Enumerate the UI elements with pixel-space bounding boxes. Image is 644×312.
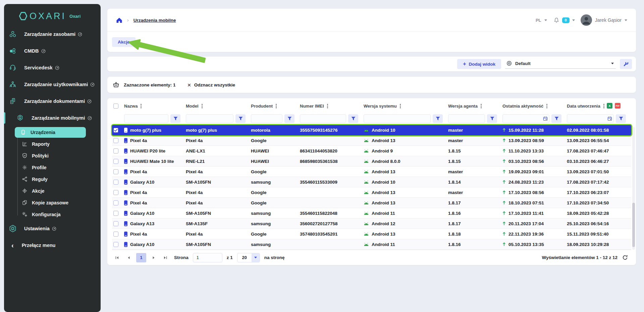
column-menu-icon[interactable] [481, 106, 482, 107]
filter-input-model[interactable] [186, 114, 233, 123]
chevron-down-icon[interactable] [625, 19, 627, 21]
row-checkbox[interactable] [113, 148, 118, 153]
filter-funnel-button[interactable] [348, 114, 358, 123]
first-page-button[interactable] [113, 253, 121, 262]
column-header-nazwa[interactable]: Nazwa [124, 104, 186, 109]
submenu-item-reguly[interactable]: Reguły [4, 173, 101, 185]
table-row[interactable]: Pixel 4a Pixel 4a Google Android 13 1.8.… [112, 198, 631, 208]
calendar-icon[interactable] [607, 116, 612, 121]
previous-page-button[interactable] [124, 253, 133, 262]
row-checkbox[interactable] [113, 211, 118, 216]
row-checkbox[interactable] [113, 169, 118, 174]
table-row[interactable]: Pixel 4a Pixel 4a Google 357480103545201… [112, 229, 631, 239]
column-menu-icon[interactable] [141, 106, 142, 107]
row-checkbox[interactable] [113, 138, 118, 143]
row-checkbox[interactable] [113, 232, 118, 237]
sidebar-item-ustawienia[interactable]: Ustawienia [4, 220, 101, 237]
table-row[interactable]: moto g(7) plus moto g(7) plus motorola 3… [112, 125, 631, 135]
submenu-item-polityki[interactable]: Polityki [4, 150, 101, 162]
submenu-item-urzadzenia[interactable]: Urządzenia [4, 126, 101, 138]
current-page-button[interactable]: 1 [136, 253, 146, 262]
add-view-button[interactable]: + Dodaj widok [457, 59, 501, 69]
deselect-all-button[interactable]: × Odznacz wszystkie [187, 82, 235, 88]
filter-input-ostatnia-aktywnosc[interactable] [502, 114, 549, 123]
column-header-wersja-systemu[interactable]: Wersja systemu [364, 104, 448, 109]
home-icon[interactable] [116, 17, 122, 23]
next-page-button[interactable] [149, 253, 158, 262]
table-row[interactable]: Pixel 4a Pixel 4a Google Android 13 mast… [112, 187, 631, 198]
filter-input-nazwa[interactable] [124, 114, 168, 123]
submenu-item-kopie[interactable]: Kopie zapasowe [4, 197, 101, 208]
refresh-icon[interactable] [622, 255, 628, 260]
table-row[interactable]: Pixel 4a Pixel 4a Google Android 13 mast… [112, 135, 631, 146]
bell-icon[interactable] [553, 17, 559, 23]
filter-funnel-button[interactable] [487, 114, 497, 123]
row-checkbox[interactable] [113, 242, 118, 247]
column-header-model[interactable]: Model [186, 104, 251, 109]
submenu-item-akcje[interactable]: Akcje [4, 185, 101, 197]
table-row[interactable]: HUAWEI Mate 10 lite RNE-L21 HUAWEI 86859… [112, 156, 631, 167]
submenu-item-konfiguracja[interactable]: Konfiguracja [4, 208, 101, 220]
column-menu-icon[interactable] [546, 106, 547, 107]
language-selector[interactable]: PL [536, 18, 541, 23]
column-header-wersja-agenta[interactable]: Wersja agenta [448, 104, 502, 109]
notification-badge[interactable]: 0 [562, 17, 570, 23]
actions-button[interactable]: Akcje [112, 37, 136, 47]
row-checkbox[interactable] [113, 159, 118, 164]
view-select[interactable]: Default [505, 59, 616, 69]
table-row[interactable]: Galaxy A10 SM-A105FN samsung Android 11 … [112, 239, 631, 250]
table-row[interactable]: Galaxy A10 SM-A105FN samsung 35546011582… [112, 208, 631, 219]
table-row[interactable]: Galaxy A10 SM-A105FN samsung 35546011553… [112, 177, 631, 187]
filter-funnel-button[interactable] [170, 114, 180, 123]
column-header-ostatnia-aktywnosc[interactable]: Ostatnia aktywność [502, 104, 567, 109]
calendar-icon[interactable] [543, 116, 548, 121]
filter-funnel-button[interactable] [616, 114, 626, 123]
chevron-down-icon[interactable] [544, 19, 547, 21]
column-menu-icon[interactable] [276, 106, 277, 107]
column-menu-icon[interactable] [603, 106, 604, 107]
row-checkbox[interactable] [113, 221, 118, 226]
page-number-input[interactable] [193, 253, 222, 262]
configure-view-button[interactable] [620, 59, 632, 69]
row-checkbox-checked[interactable] [113, 128, 118, 133]
filter-input-wersja-systemu[interactable] [364, 114, 431, 123]
sidebar-item-cmdb[interactable]: CMDB [4, 43, 101, 59]
sidebar-item-mobilne[interactable]: Zarządzanie mobilnymi [4, 110, 101, 126]
breadcrumb-link[interactable]: Urządzenia mobilne [133, 18, 176, 23]
filter-input-imei[interactable] [300, 114, 346, 123]
sidebar-item-dokumenty[interactable]: Zarządzanie dokumentami [4, 93, 101, 110]
table-row[interactable]: Pixel 4a Pixel 4a Google Android 13 mast… [112, 167, 631, 177]
row-checkbox[interactable] [113, 180, 118, 185]
table-scrollbar-track[interactable] [632, 127, 635, 250]
filter-input-producent[interactable] [251, 114, 282, 123]
table-scrollbar-thumb[interactable] [632, 203, 635, 247]
sidebar-item-servicedesk[interactable]: Servicedesk [4, 59, 101, 76]
export-excel-icon[interactable]: X [607, 103, 612, 109]
avatar[interactable] [581, 14, 592, 26]
table-row[interactable]: Galaxy A13 SM-A135F samsung 356002720127… [112, 219, 631, 229]
last-page-button[interactable] [161, 253, 170, 262]
select-all-checkbox[interactable] [113, 104, 118, 109]
submenu-item-profile[interactable]: Profile [4, 162, 101, 173]
column-header-producent[interactable]: Produdent [251, 104, 300, 109]
user-name[interactable]: Jarek Gąsior [595, 17, 622, 23]
collapse-menu-button[interactable]: ‹ Przełącz menu [4, 237, 101, 254]
filter-input-data-utworzenia[interactable] [567, 114, 614, 123]
table-row[interactable]: HUAWEI P20 lite ANE-LX1 HUAWEI 863411044… [112, 146, 631, 156]
row-checkbox[interactable] [113, 200, 118, 205]
submenu-item-raporty[interactable]: Raporty [4, 138, 101, 150]
export-pdf-icon[interactable]: PDF [615, 103, 621, 109]
column-menu-icon[interactable] [400, 106, 401, 107]
sidebar-item-zasoby[interactable]: Zarządzanie zasobami [4, 26, 101, 43]
filter-funnel-button[interactable] [235, 114, 246, 123]
filter-funnel-button[interactable] [284, 114, 294, 123]
column-header-data-utworzenia[interactable]: Data utworzenia [567, 104, 631, 109]
filter-funnel-button[interactable] [433, 114, 443, 123]
filter-input-wersja-agenta[interactable] [448, 114, 485, 123]
row-checkbox[interactable] [113, 190, 118, 195]
chevron-down-icon[interactable] [572, 19, 575, 21]
column-header-imei[interactable]: Numer IMEI [300, 104, 364, 109]
column-menu-icon[interactable] [327, 106, 328, 107]
sidebar-item-uzytkownicy[interactable]: Zarządzanie użytkownikami [4, 76, 101, 93]
filter-funnel-button[interactable] [551, 114, 561, 123]
